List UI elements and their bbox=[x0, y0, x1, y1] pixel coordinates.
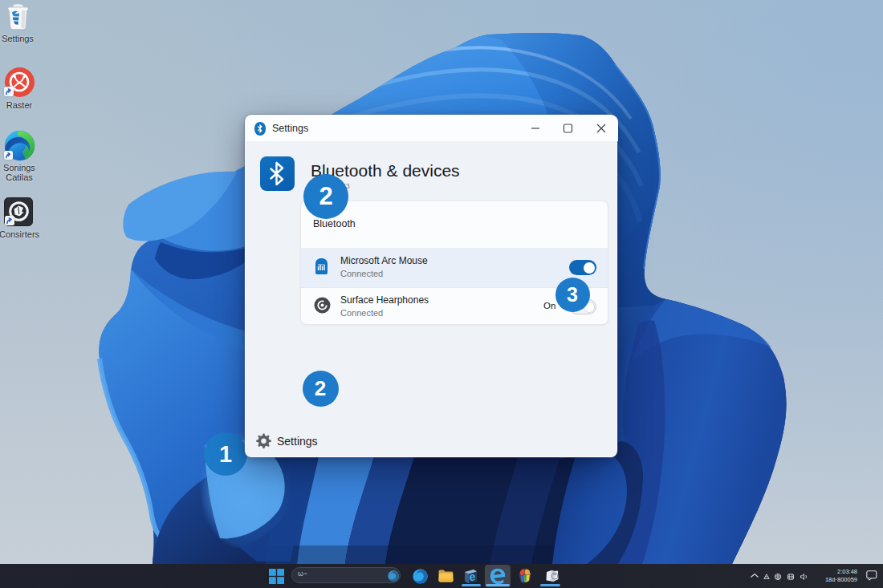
svg-text:e: e bbox=[470, 570, 476, 583]
